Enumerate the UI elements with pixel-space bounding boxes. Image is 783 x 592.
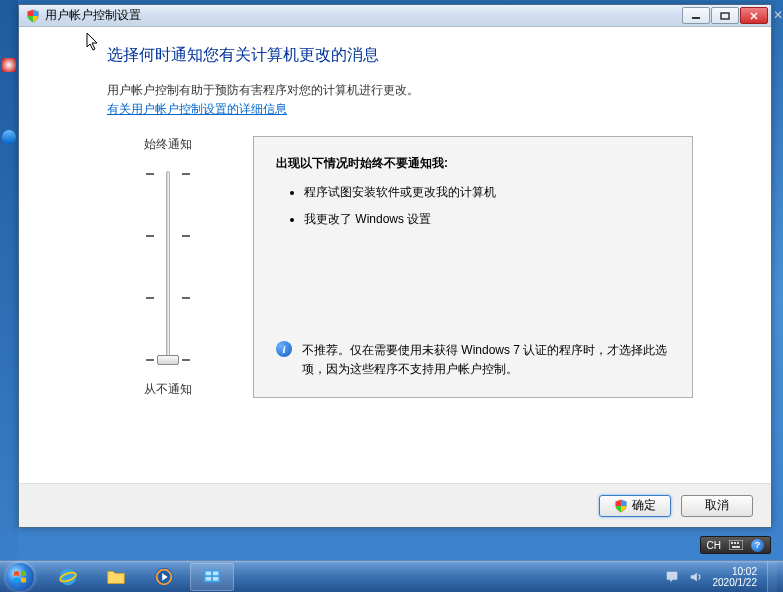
ime-help-icon[interactable]: ? <box>751 539 764 552</box>
taskbar-items <box>46 563 234 591</box>
tray-date: 2020/1/22 <box>713 577 758 588</box>
background-close-icon[interactable]: ✕ <box>773 6 783 24</box>
svg-rect-2 <box>729 540 743 550</box>
svg-rect-12 <box>206 571 212 575</box>
uac-settings-window: 用户帐户控制设置 选择何时通知您有关计算机更改的消息 用户帐户控制有助于预防有害… <box>18 4 772 528</box>
list-item: 程序试图安装软件或更改我的计算机 <box>304 184 670 201</box>
page-title: 选择何时通知您有关计算机更改的消息 <box>19 45 771 82</box>
volume-icon[interactable] <box>689 570 703 584</box>
page-description: 用户帐户控制有助于预防有害程序对您的计算机进行更改。 <box>19 82 771 101</box>
maximize-button[interactable] <box>711 7 739 24</box>
desktop-background <box>0 0 18 560</box>
bullet-list: 程序试图安装软件或更改我的计算机 我更改了 Windows 设置 <box>276 184 670 238</box>
desktop-icon[interactable] <box>2 58 16 72</box>
window-title: 用户帐户控制设置 <box>45 7 682 24</box>
show-desktop-button[interactable] <box>767 561 777 593</box>
svg-rect-5 <box>737 542 739 544</box>
desktop-icon[interactable] <box>2 130 16 144</box>
info-icon: i <box>276 341 292 357</box>
action-center-icon[interactable] <box>665 570 679 584</box>
media-player-icon <box>153 566 175 588</box>
minimize-button[interactable] <box>682 7 710 24</box>
ok-button[interactable]: 确定 <box>599 495 671 517</box>
dialog-footer: 确定 取消 <box>19 483 771 527</box>
svg-rect-4 <box>734 542 736 544</box>
tray-clock[interactable]: 10:02 2020/1/22 <box>713 566 758 588</box>
level-description-panel: 出现以下情况时始终不要通知我: 程序试图安装软件或更改我的计算机 我更改了 Wi… <box>253 136 693 398</box>
uac-shield-icon <box>614 499 628 513</box>
svg-rect-1 <box>721 13 729 19</box>
slider-bottom-label: 从不通知 <box>144 381 192 398</box>
ime-toolbar[interactable]: CH ? <box>700 536 771 554</box>
system-tray: 10:02 2020/1/22 <box>665 561 784 593</box>
panel-title: 出现以下情况时始终不要通知我: <box>276 155 670 172</box>
svg-rect-15 <box>213 577 219 581</box>
slider-column: 始终通知 从不通知 <box>123 136 213 398</box>
ime-lang[interactable]: CH <box>707 540 721 551</box>
slider-thumb[interactable] <box>157 355 179 365</box>
tray-time: 10:02 <box>713 566 758 577</box>
uac-shield-icon <box>25 8 41 24</box>
svg-rect-6 <box>732 546 740 548</box>
window-content: 选择何时通知您有关计算机更改的消息 用户帐户控制有助于预防有害程序对您的计算机进… <box>19 27 771 527</box>
list-item: 我更改了 Windows 设置 <box>304 211 670 228</box>
help-link[interactable]: 有关用户帐户控制设置的详细信息 <box>107 102 287 116</box>
cancel-button[interactable]: 取消 <box>681 495 753 517</box>
taskbar-item-uac-settings[interactable] <box>190 563 234 591</box>
titlebar[interactable]: 用户帐户控制设置 <box>19 5 771 27</box>
svg-rect-3 <box>731 542 733 544</box>
uac-level-slider[interactable] <box>138 167 198 367</box>
svg-rect-14 <box>206 577 212 581</box>
cancel-button-label: 取消 <box>705 497 729 514</box>
start-button[interactable] <box>0 561 40 593</box>
folder-icon <box>105 566 127 588</box>
ie-icon <box>57 566 79 588</box>
taskbar-item-ie[interactable] <box>46 563 90 591</box>
keyboard-icon[interactable] <box>729 540 743 550</box>
slider-top-label: 始终通知 <box>144 136 192 153</box>
svg-rect-0 <box>692 17 700 19</box>
taskbar-item-explorer[interactable] <box>94 563 138 591</box>
svg-rect-13 <box>213 571 219 575</box>
taskbar: 10:02 2020/1/22 <box>0 560 783 592</box>
window-controls <box>682 7 768 24</box>
ok-button-label: 确定 <box>632 497 656 514</box>
windows-orb-icon <box>6 563 34 591</box>
recommendation-text: 不推荐。仅在需要使用未获得 Windows 7 认证的程序时，才选择此选项，因为… <box>302 341 670 379</box>
close-button[interactable] <box>740 7 768 24</box>
control-panel-icon <box>201 566 223 588</box>
taskbar-item-media-player[interactable] <box>142 563 186 591</box>
